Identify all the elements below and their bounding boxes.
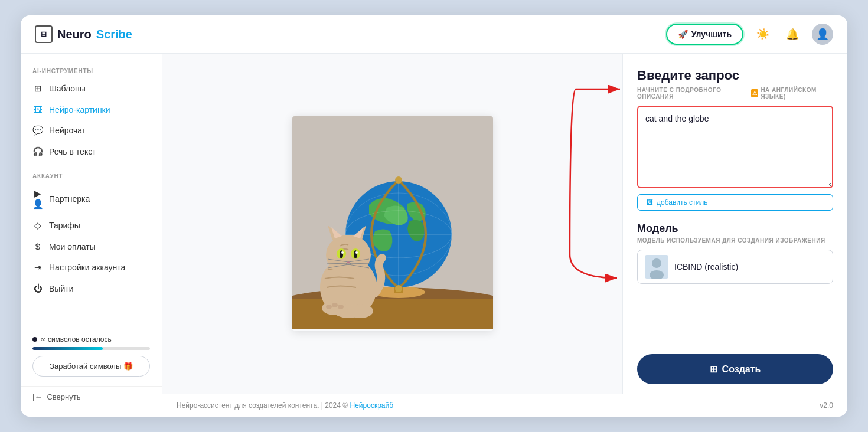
theme-toggle-button[interactable]: ☀️ xyxy=(753,24,773,44)
model-subtitle: МОДЕЛЬ ИСПОЛЬЗУЕМАЯ ДЛЯ СОЗДАНИЯ ИЗОБРАЖ… xyxy=(637,237,833,244)
svg-point-12 xyxy=(395,176,402,184)
collapse-sidebar-button[interactable]: |← Свернуть xyxy=(21,386,162,407)
footer-text: Нейро-ассистент для создателей контента.… xyxy=(177,401,393,410)
avatar-button[interactable]: 👤 xyxy=(812,24,833,45)
templates-icon: ⊞ xyxy=(32,83,43,94)
prompt-textarea[interactable]: cat and the globe xyxy=(637,106,833,188)
sidebar-item-logout-label: Выйти xyxy=(49,284,73,293)
footer-link[interactable]: Нейроскрайб xyxy=(350,401,393,410)
speech-to-text-icon: 🎧 xyxy=(32,146,43,157)
logo-icon: ⊟ xyxy=(35,25,53,43)
model-select-dropdown[interactable]: ICBIND (realistic) xyxy=(637,250,833,284)
sidebar-item-neurochat[interactable]: 💬 Нейрочат xyxy=(21,120,162,141)
svg-point-37 xyxy=(338,305,344,309)
partner-icon: ▶👤 xyxy=(32,188,43,210)
version-label: v2.0 xyxy=(820,401,833,410)
sidebar-item-account-settings[interactable]: ⇥ Настройки аккаунта xyxy=(21,257,162,278)
panel-subtitle: НАЧНИТЕ С ПОДРОБНОГО ОПИСАНИЯ ⚠ НА АНГЛИ… xyxy=(637,87,833,100)
logo: ⊟ NeuroScribe xyxy=(35,25,132,43)
add-style-icon: 🖼 xyxy=(646,198,653,207)
svg-point-36 xyxy=(332,303,338,307)
collapse-icon: |← xyxy=(32,392,42,401)
svg-point-42 xyxy=(652,258,661,268)
create-icon: ⊞ xyxy=(710,364,717,375)
sidebar-item-payments-label: Мои оплаты xyxy=(49,242,96,251)
sidebar-item-neuro-images[interactable]: 🖼 Нейро-картинки xyxy=(21,99,162,120)
sidebar-item-tariffs-label: Тарифы xyxy=(49,221,80,230)
model-name-label: ICBIND (realistic) xyxy=(674,262,738,271)
create-button[interactable]: ⊞ Создать xyxy=(637,354,833,384)
symbols-progress-fill xyxy=(32,347,103,350)
upgrade-button[interactable]: 🚀 Улучшить xyxy=(666,24,743,45)
sidebar-item-neurochat-label: Нейрочат xyxy=(49,126,86,135)
footer: Нейро-ассистент для создателей контента.… xyxy=(162,394,847,417)
sidebar-item-account-settings-label: Настройки аккаунта xyxy=(49,263,125,272)
symbols-remaining-label: ∞ символов осталось xyxy=(41,335,112,343)
account-settings-icon: ⇥ xyxy=(32,262,43,273)
svg-point-13 xyxy=(395,285,402,292)
symbols-progress-bar xyxy=(32,347,150,350)
tariffs-icon: ◇ xyxy=(32,220,43,231)
add-style-button[interactable]: 🖼 добавить стиль xyxy=(637,194,833,211)
model-section-title: Модель xyxy=(637,222,833,235)
notifications-button[interactable]: 🔔 xyxy=(782,24,802,44)
rocket-icon: 🚀 xyxy=(678,30,688,39)
sidebar-item-templates-label: Шаблоны xyxy=(49,84,86,93)
earn-symbols-button[interactable]: Заработай символы 🎁 xyxy=(32,356,150,377)
cat-globe-svg xyxy=(292,116,493,329)
bell-icon: 🔔 xyxy=(786,28,799,41)
create-label: Создать xyxy=(722,364,761,375)
ai-tools-section-label: AI-ИНСТРУМЕНТЫ xyxy=(21,63,162,78)
header-right: 🚀 Улучшить ☀️ 🔔 👤 xyxy=(666,24,833,45)
svg-point-35 xyxy=(326,305,332,309)
neuro-images-icon: 🖼 xyxy=(32,104,43,114)
warning-icon: ⚠ xyxy=(751,89,758,97)
header: ⊟ NeuroScribe 🚀 Улучшить ☀️ 🔔 👤 xyxy=(21,15,847,54)
subtitle-text: НАЧНИТЕ С ПОДРОБНОГО ОПИСАНИЯ xyxy=(637,87,745,100)
symbols-section: ∞ символов осталось Заработай символы 🎁 xyxy=(21,328,162,384)
user-avatar-icon: 👤 xyxy=(816,28,829,41)
neurochat-icon: 💬 xyxy=(32,125,43,136)
svg-point-34 xyxy=(347,304,373,318)
content-main: Введите запрос НАЧНИТЕ С ПОДРОБНОГО ОПИС… xyxy=(162,54,847,394)
upgrade-label: Улучшить xyxy=(691,30,732,39)
svg-point-25 xyxy=(355,251,358,254)
logo-scribe: Scribe xyxy=(96,28,132,41)
sidebar-item-speech-label: Речь в текст xyxy=(49,147,96,156)
footer-description: Нейро-ассистент для создателей контента.… xyxy=(177,401,350,410)
add-style-label: добавить стиль xyxy=(657,198,708,207)
model-thumb-icon xyxy=(645,255,668,279)
logout-icon: ⏻ xyxy=(32,283,43,293)
payments-icon: $ xyxy=(32,241,43,251)
symbols-row: ∞ символов осталось xyxy=(32,335,150,343)
svg-point-15 xyxy=(326,235,371,275)
sun-icon: ☀️ xyxy=(756,28,769,41)
account-section-label: АККАУНТ xyxy=(21,168,162,183)
sidebar: AI-ИНСТРУМЕНТЫ ⊞ Шаблоны 🖼 Нейро-картинк… xyxy=(21,54,162,417)
symbols-dot xyxy=(32,337,37,342)
sidebar-item-neuro-images-label: Нейро-картинки xyxy=(49,105,110,114)
sidebar-item-speech-to-text[interactable]: 🎧 Речь в текст xyxy=(21,141,162,162)
subtitle-lang: НА АНГЛИЙСКОМ ЯЗЫКЕ) xyxy=(761,87,833,100)
panel-title: Введите запрос xyxy=(637,68,833,83)
content-area: Введите запрос НАЧНИТЕ С ПОДРОБНОГО ОПИС… xyxy=(162,54,847,417)
model-thumbnail xyxy=(645,255,668,279)
sidebar-item-payments[interactable]: $ Мои оплаты xyxy=(21,236,162,257)
right-panel: Введите запрос НАЧНИТЕ С ПОДРОБНОГО ОПИС… xyxy=(623,54,847,394)
main-layout: AI-ИНСТРУМЕНТЫ ⊞ Шаблоны 🖼 Нейро-картинк… xyxy=(21,54,847,417)
sidebar-item-partner-label: Партнерка xyxy=(49,194,90,204)
sidebar-item-tariffs[interactable]: ◇ Тарифы xyxy=(21,215,162,236)
logo-neuro: Neuro xyxy=(57,28,92,41)
sidebar-item-partner[interactable]: ▶👤 Партнерка xyxy=(21,183,162,215)
generated-image-container xyxy=(292,116,493,331)
collapse-label: Свернуть xyxy=(47,392,80,401)
image-panel xyxy=(162,54,623,394)
sidebar-item-logout[interactable]: ⏻ Выйти xyxy=(21,278,162,299)
svg-rect-2 xyxy=(292,299,493,329)
sidebar-item-templates[interactable]: ⊞ Шаблоны xyxy=(21,78,162,99)
svg-point-24 xyxy=(341,251,344,254)
